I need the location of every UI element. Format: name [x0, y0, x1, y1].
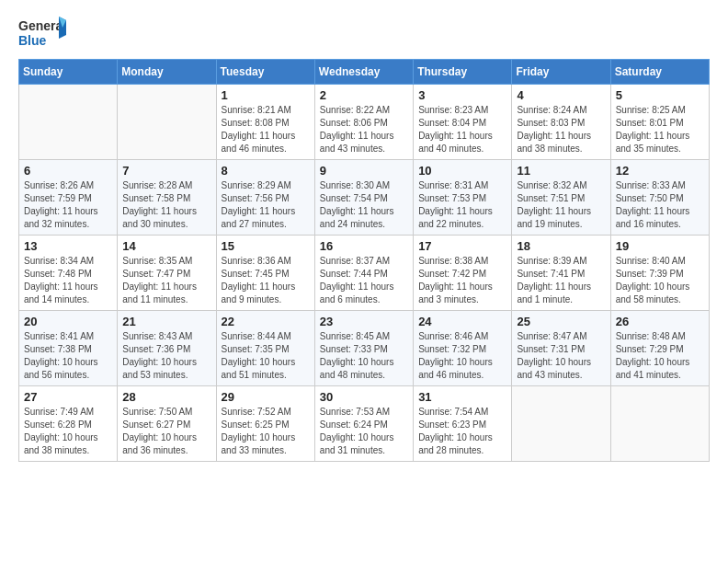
- day-info: Sunrise: 8:47 AM Sunset: 7:31 PM Dayligh…: [517, 330, 605, 382]
- day-number: 3: [418, 88, 506, 102]
- calendar-cell: 22Sunrise: 8:44 AM Sunset: 7:35 PM Dayli…: [216, 311, 314, 386]
- calendar-cell: 29Sunrise: 7:52 AM Sunset: 6:25 PM Dayli…: [216, 386, 314, 462]
- day-info: Sunrise: 8:43 AM Sunset: 7:36 PM Dayligh…: [122, 330, 210, 382]
- week-row-4: 20Sunrise: 8:41 AM Sunset: 7:38 PM Dayli…: [19, 311, 710, 386]
- calendar-cell: 30Sunrise: 7:53 AM Sunset: 6:24 PM Dayli…: [314, 386, 413, 462]
- calendar-cell: 7Sunrise: 8:28 AM Sunset: 7:58 PM Daylig…: [118, 160, 216, 236]
- day-info: Sunrise: 8:36 AM Sunset: 7:45 PM Dayligh…: [222, 255, 310, 306]
- col-header-wednesday: Wednesday: [314, 60, 413, 85]
- calendar-cell: 26Sunrise: 8:48 AM Sunset: 7:29 PM Dayli…: [610, 311, 709, 386]
- day-number: 7: [122, 164, 210, 178]
- calendar-cell: 6Sunrise: 8:26 AM Sunset: 7:59 PM Daylig…: [19, 160, 118, 236]
- logo-svg: General Blue: [18, 15, 69, 52]
- calendar-cell: [512, 386, 610, 462]
- day-number: 28: [122, 390, 210, 404]
- col-header-sunday: Sunday: [19, 60, 118, 85]
- calendar-cell: 31Sunrise: 7:54 AM Sunset: 6:23 PM Dayli…: [414, 386, 512, 462]
- day-number: 30: [320, 390, 408, 404]
- day-info: Sunrise: 8:45 AM Sunset: 7:33 PM Dayligh…: [320, 330, 408, 382]
- day-info: Sunrise: 8:39 AM Sunset: 7:41 PM Dayligh…: [517, 255, 605, 306]
- page: General Blue SundayMondayTuesdayWednesda…: [0, 0, 728, 477]
- day-number: 12: [616, 164, 704, 178]
- week-row-3: 13Sunrise: 8:34 AM Sunset: 7:48 PM Dayli…: [19, 236, 710, 311]
- day-number: 9: [320, 164, 408, 178]
- day-number: 13: [24, 239, 112, 253]
- day-info: Sunrise: 7:50 AM Sunset: 6:27 PM Dayligh…: [122, 406, 210, 457]
- calendar-cell: [19, 85, 118, 160]
- day-number: 27: [24, 390, 112, 404]
- calendar-cell: 16Sunrise: 8:37 AM Sunset: 7:44 PM Dayli…: [314, 236, 413, 311]
- day-number: 29: [222, 390, 310, 404]
- day-info: Sunrise: 8:46 AM Sunset: 7:32 PM Dayligh…: [418, 330, 506, 382]
- day-info: Sunrise: 8:40 AM Sunset: 7:39 PM Dayligh…: [616, 255, 704, 306]
- col-header-tuesday: Tuesday: [216, 60, 314, 85]
- calendar-cell: 21Sunrise: 8:43 AM Sunset: 7:36 PM Dayli…: [118, 311, 216, 386]
- day-info: Sunrise: 8:32 AM Sunset: 7:51 PM Dayligh…: [517, 179, 605, 231]
- day-number: 26: [616, 315, 704, 328]
- day-number: 8: [222, 164, 310, 178]
- col-header-saturday: Saturday: [610, 60, 709, 85]
- day-number: 2: [320, 88, 408, 102]
- day-number: 18: [517, 239, 605, 253]
- col-header-monday: Monday: [118, 60, 216, 85]
- calendar-cell: 27Sunrise: 7:49 AM Sunset: 6:28 PM Dayli…: [19, 386, 118, 462]
- calendar-cell: 20Sunrise: 8:41 AM Sunset: 7:38 PM Dayli…: [19, 311, 118, 386]
- day-number: 20: [24, 315, 112, 328]
- calendar-cell: 1Sunrise: 8:21 AM Sunset: 8:08 PM Daylig…: [216, 85, 314, 160]
- calendar-cell: 12Sunrise: 8:33 AM Sunset: 7:50 PM Dayli…: [610, 160, 709, 236]
- calendar-cell: 18Sunrise: 8:39 AM Sunset: 7:41 PM Dayli…: [512, 236, 610, 311]
- day-number: 15: [222, 239, 310, 253]
- day-info: Sunrise: 8:34 AM Sunset: 7:48 PM Dayligh…: [24, 255, 112, 306]
- calendar-cell: 3Sunrise: 8:23 AM Sunset: 8:04 PM Daylig…: [414, 85, 512, 160]
- day-number: 16: [320, 239, 408, 253]
- calendar-cell: 4Sunrise: 8:24 AM Sunset: 8:03 PM Daylig…: [512, 85, 610, 160]
- day-number: 11: [517, 164, 605, 178]
- calendar-cell: 2Sunrise: 8:22 AM Sunset: 8:06 PM Daylig…: [314, 85, 413, 160]
- day-number: 17: [418, 239, 506, 253]
- logo: General Blue: [18, 15, 69, 52]
- calendar-header-row: SundayMondayTuesdayWednesdayThursdayFrid…: [19, 60, 710, 85]
- day-info: Sunrise: 8:44 AM Sunset: 7:35 PM Dayligh…: [222, 330, 310, 382]
- day-info: Sunrise: 7:53 AM Sunset: 6:24 PM Dayligh…: [320, 406, 408, 457]
- day-info: Sunrise: 8:31 AM Sunset: 7:53 PM Dayligh…: [418, 179, 506, 231]
- day-number: 25: [517, 315, 605, 328]
- calendar-cell: 24Sunrise: 8:46 AM Sunset: 7:32 PM Dayli…: [414, 311, 512, 386]
- day-info: Sunrise: 8:28 AM Sunset: 7:58 PM Dayligh…: [122, 179, 210, 231]
- calendar-cell: [118, 85, 216, 160]
- day-info: Sunrise: 8:41 AM Sunset: 7:38 PM Dayligh…: [24, 330, 112, 382]
- svg-text:Blue: Blue: [18, 33, 47, 48]
- calendar-cell: 25Sunrise: 8:47 AM Sunset: 7:31 PM Dayli…: [512, 311, 610, 386]
- week-row-5: 27Sunrise: 7:49 AM Sunset: 6:28 PM Dayli…: [19, 386, 710, 462]
- day-info: Sunrise: 8:29 AM Sunset: 7:56 PM Dayligh…: [222, 179, 310, 231]
- day-info: Sunrise: 8:24 AM Sunset: 8:03 PM Dayligh…: [517, 104, 605, 155]
- day-number: 14: [122, 239, 210, 253]
- day-info: Sunrise: 8:30 AM Sunset: 7:54 PM Dayligh…: [320, 179, 408, 231]
- header: General Blue: [18, 15, 710, 52]
- col-header-friday: Friday: [512, 60, 610, 85]
- calendar-cell: 14Sunrise: 8:35 AM Sunset: 7:47 PM Dayli…: [118, 236, 216, 311]
- day-info: Sunrise: 8:26 AM Sunset: 7:59 PM Dayligh…: [24, 179, 112, 231]
- week-row-1: 1Sunrise: 8:21 AM Sunset: 8:08 PM Daylig…: [19, 85, 710, 160]
- day-number: 23: [320, 315, 408, 328]
- calendar-cell: 9Sunrise: 8:30 AM Sunset: 7:54 PM Daylig…: [314, 160, 413, 236]
- calendar-cell: 28Sunrise: 7:50 AM Sunset: 6:27 PM Dayli…: [118, 386, 216, 462]
- day-info: Sunrise: 8:35 AM Sunset: 7:47 PM Dayligh…: [122, 255, 210, 306]
- day-info: Sunrise: 8:25 AM Sunset: 8:01 PM Dayligh…: [616, 104, 704, 155]
- day-info: Sunrise: 8:38 AM Sunset: 7:42 PM Dayligh…: [418, 255, 506, 306]
- day-info: Sunrise: 8:23 AM Sunset: 8:04 PM Dayligh…: [418, 104, 506, 155]
- day-number: 1: [222, 88, 310, 102]
- calendar-cell: 8Sunrise: 8:29 AM Sunset: 7:56 PM Daylig…: [216, 160, 314, 236]
- calendar-cell: 11Sunrise: 8:32 AM Sunset: 7:51 PM Dayli…: [512, 160, 610, 236]
- calendar-cell: 17Sunrise: 8:38 AM Sunset: 7:42 PM Dayli…: [414, 236, 512, 311]
- calendar: SundayMondayTuesdayWednesdayThursdayFrid…: [18, 59, 710, 462]
- col-header-thursday: Thursday: [414, 60, 512, 85]
- day-number: 6: [24, 164, 112, 178]
- day-number: 31: [418, 390, 506, 404]
- day-number: 21: [122, 315, 210, 328]
- day-number: 24: [418, 315, 506, 328]
- day-info: Sunrise: 8:22 AM Sunset: 8:06 PM Dayligh…: [320, 104, 408, 155]
- day-number: 5: [616, 88, 704, 102]
- day-info: Sunrise: 7:54 AM Sunset: 6:23 PM Dayligh…: [418, 406, 506, 457]
- day-number: 22: [222, 315, 310, 328]
- calendar-cell: [610, 386, 709, 462]
